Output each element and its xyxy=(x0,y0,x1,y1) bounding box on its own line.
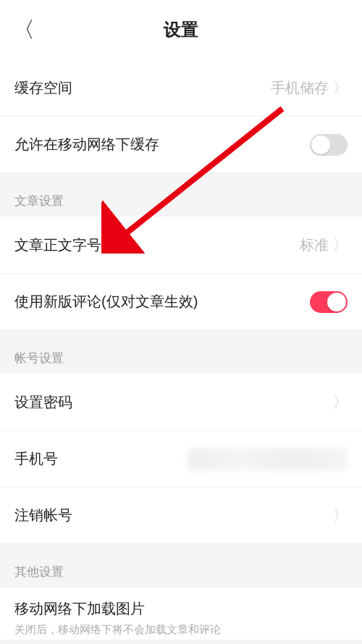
article-font-size-value: 标准 〉 xyxy=(300,235,348,255)
load-images-cellular-row[interactable]: 移动网络下加载图片 关闭后，移动网络下将不会加载文章和评论 xyxy=(0,587,362,640)
phone-label: 手机号 xyxy=(14,449,58,469)
article-font-size-label: 文章正文字号 xyxy=(14,235,101,255)
chevron-right-icon: 〉 xyxy=(333,235,348,255)
article-font-size-row[interactable]: 文章正文字号 标准 〉 xyxy=(0,217,362,273)
load-images-cellular-desc: 关闭后，移动网络下将不会加载文章和评论 xyxy=(14,623,348,637)
chevron-right-icon: 〉 xyxy=(333,506,348,525)
article-group: 文章正文字号 标准 〉 使用新版评论(仅对文章生效) xyxy=(0,217,362,330)
article-section-label: 文章设置 xyxy=(0,181,362,217)
cache-space-value-text: 手机储存 xyxy=(271,78,329,98)
set-password-label: 设置密码 xyxy=(14,393,72,412)
other-group: 移动网络下加载图片 关闭后，移动网络下将不会加载文章和评论 xyxy=(0,587,362,640)
cache-space-label: 缓存空间 xyxy=(14,78,72,98)
new-comments-toggle[interactable] xyxy=(310,291,348,313)
set-password-row[interactable]: 设置密码 〉 xyxy=(0,374,362,430)
phone-row[interactable]: 手机号 xyxy=(0,430,362,487)
storage-group: 缓存空间 手机储存 〉 允许在移动网络下缓存 xyxy=(0,59,362,172)
other-section-label: 其他设置 xyxy=(0,552,362,587)
phone-value-blurred xyxy=(188,448,348,470)
phone-value xyxy=(188,448,348,470)
deregister-label: 注销帐号 xyxy=(14,506,72,525)
chevron-right-icon: 〉 xyxy=(333,78,348,98)
account-group: 设置密码 〉 手机号 注销帐号 〉 xyxy=(0,374,362,543)
chevron-right-icon: 〉 xyxy=(333,393,348,412)
allow-cellular-cache-row: 允许在移动网络下缓存 xyxy=(0,116,362,172)
page-title: 设置 xyxy=(164,18,198,41)
new-comments-label: 使用新版评论(仅对文章生效) xyxy=(14,292,198,311)
allow-cellular-cache-label: 允许在移动网络下缓存 xyxy=(14,135,159,154)
back-button[interactable]: 〈 xyxy=(13,19,35,41)
allow-cellular-cache-toggle[interactable] xyxy=(310,134,348,156)
cache-space-value: 手机储存 〉 xyxy=(271,78,348,98)
load-images-cellular-label: 移动网络下加载图片 xyxy=(14,599,348,619)
header: 〈 设置 xyxy=(0,0,362,59)
new-comments-row: 使用新版评论(仅对文章生效) xyxy=(0,273,362,330)
article-font-size-value-text: 标准 xyxy=(300,235,329,255)
cache-space-row[interactable]: 缓存空间 手机储存 〉 xyxy=(0,59,362,116)
account-section-label: 帐号设置 xyxy=(0,338,362,374)
deregister-row[interactable]: 注销帐号 〉 xyxy=(0,487,362,543)
